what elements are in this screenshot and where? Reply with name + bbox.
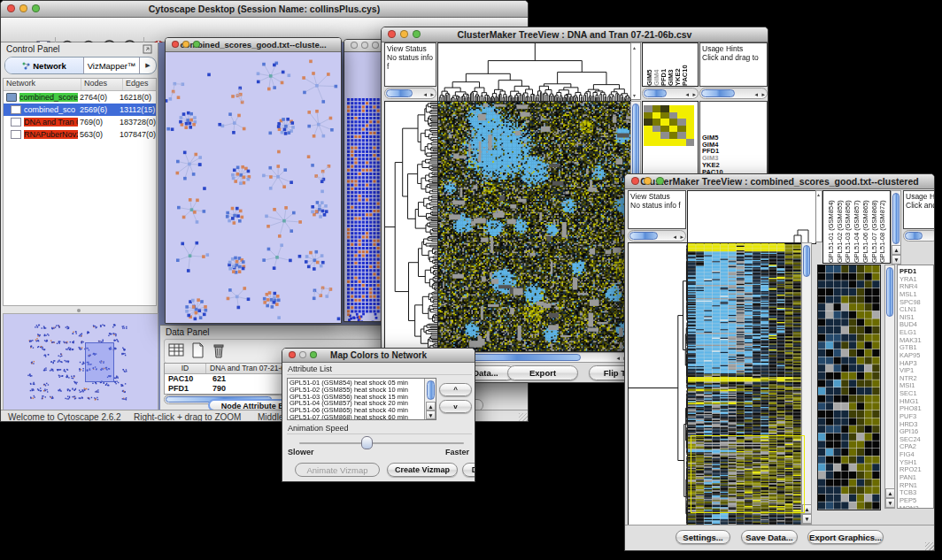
row-label: MSL1: [900, 290, 917, 298]
zoom-matrix-cell: [669, 105, 678, 112]
move-down-button[interactable]: v: [439, 400, 472, 413]
tv2-zoom-heatmap[interactable]: [817, 265, 881, 510]
tv1-status-scrollbar[interactable]: ◂▸: [384, 88, 436, 99]
settings-button[interactable]: Settings...: [676, 530, 730, 544]
minimize-icon[interactable]: [299, 351, 306, 358]
close-icon[interactable]: [631, 177, 639, 185]
tv2-usage-scrollbar[interactable]: [903, 230, 935, 242]
zoom-matrix-cell: [686, 119, 695, 126]
close-icon[interactable]: [172, 41, 179, 48]
export-graphics-button[interactable]: Export Graphics...: [807, 530, 884, 544]
tv2-zoom-vscrollbar[interactable]: ▲ ▼: [884, 265, 895, 509]
zoom-window-icon[interactable]: [32, 4, 40, 12]
tab-overflow-arrow[interactable]: ▶: [139, 58, 156, 73]
new-attribute-icon[interactable]: [189, 341, 206, 359]
float-panel-icon[interactable]: [143, 44, 152, 54]
attribute-list-item[interactable]: GPL51-07 (GSM868) heat shock 60 min: [290, 414, 422, 420]
network-window-title: combined_scores_good.txt--cluste...: [180, 40, 326, 50]
resize-grip[interactable]: [925, 542, 934, 551]
minimize-icon[interactable]: [400, 30, 408, 38]
tv1-view-status: View StatusNo status info f: [384, 42, 436, 87]
zoom-matrix-cell: [677, 139, 686, 146]
export-graphics-button[interactable]: Export Graphics...: [507, 365, 578, 380]
row-label: MAK31: [900, 336, 922, 344]
zoom-window-icon[interactable]: [372, 42, 379, 49]
zoom-window-icon[interactable]: [656, 177, 664, 185]
tv2-vscrollbar[interactable]: ▲ ▼: [801, 242, 812, 525]
cytoscape-titlebar[interactable]: Cytoscape Desktop (Session Name: collins…: [1, 1, 528, 18]
attribute-list[interactable]: GPL51-01 (GSM854) heat shock 05 minGPL51…: [287, 378, 436, 420]
col-header-edges[interactable]: Edges: [123, 79, 156, 90]
tv1-row-dendrogram[interactable]: [384, 101, 438, 352]
delete-attribute-trash-icon[interactable]: [210, 341, 228, 359]
tv2-row-dendrogram[interactable]: [628, 242, 688, 526]
close-icon[interactable]: [7, 4, 15, 12]
network-list-row[interactable]: DNA and Tran 07769(0)183728(0): [4, 116, 156, 128]
save-data-button[interactable]: Save Data...: [741, 530, 798, 544]
zoom-matrix-cell: [652, 112, 661, 119]
gene-id: PAC10: [165, 374, 209, 384]
row-label: NIS1: [900, 313, 915, 321]
file-icon: [11, 130, 21, 139]
tv2-row-labels: PFD1YRA1RNR4MSL1SPC98CLN1NIS1BUD4ELG1MAK…: [897, 265, 934, 509]
zoom-window-icon[interactable]: [310, 351, 317, 358]
col-header-network[interactable]: Network: [4, 79, 81, 90]
tv1-usage-scrollbar[interactable]: ◂▸: [699, 88, 768, 99]
network-overview-thumbnail[interactable]: [3, 313, 158, 410]
create-vizmap-button[interactable]: Create Vizmap: [387, 463, 458, 477]
splitter-handle[interactable]: [77, 309, 81, 312]
minimize-icon[interactable]: [182, 41, 189, 48]
speed-slider-track[interactable]: [299, 442, 464, 444]
done-button[interactable]: Done: [462, 463, 475, 477]
minimize-icon[interactable]: [19, 4, 27, 12]
tab-network[interactable]: Network: [5, 58, 84, 73]
move-up-button[interactable]: ^: [439, 383, 472, 396]
column-label: GPL51-01 (GSM854): [827, 191, 836, 263]
zoom-matrix-cell: [669, 126, 678, 133]
column-label: GPL51-07 (GSM868): [870, 191, 879, 263]
close-icon[interactable]: [289, 351, 296, 358]
tv2-column-dendrogram[interactable]: [687, 190, 816, 244]
tv1-zoom-hscrollbar[interactable]: ◂▸: [642, 88, 699, 99]
tv2-column-labels: GPL51-01 (GSM854)GPL51-02 (GSM855)GPL51-…: [822, 190, 891, 264]
speed-slider-thumb[interactable]: [361, 436, 373, 449]
row-label: HAP3: [900, 359, 917, 367]
status-zoom-hint: Right-click + drag to ZOOM: [134, 412, 241, 422]
data-col-id[interactable]: ID: [165, 364, 206, 373]
tab-vizmapper[interactable]: VizMapper™: [84, 58, 139, 73]
close-icon[interactable]: [351, 42, 358, 49]
data-panel-title: Data Panel: [166, 327, 209, 337]
network-name: DNA and Tran 07: [24, 118, 78, 127]
attribute-table-icon[interactable]: [167, 341, 185, 359]
zoom-matrix-cell: [644, 119, 652, 126]
zoom-matrix-cell: [669, 132, 678, 139]
network-view-1[interactable]: [166, 52, 342, 324]
column-label: GPL51-08 (GSM872): [878, 191, 887, 263]
animate-vizmap-button[interactable]: Animate Vizmap: [295, 463, 380, 477]
zoom-matrix-cell: [660, 112, 669, 119]
tv2-global-heatmap[interactable]: [687, 242, 802, 526]
tv2-status-scrollbar[interactable]: ◂▸: [628, 230, 686, 242]
treeview2-window: ClusterMaker TreeView : combined_scores_…: [624, 173, 935, 551]
zoom-matrix-cell: [652, 126, 661, 133]
tv1-column-dendrogram[interactable]: [437, 42, 631, 102]
tv2-usage-hints: Usage HintsClick and drag to: [903, 190, 935, 229]
network-list-row[interactable]: RNAPuberNov2+563(0)107847(0): [4, 128, 156, 141]
tv1-usage-hints: Usage HintsClick and drag to: [699, 42, 768, 87]
zoom-matrix-cell: [677, 132, 686, 139]
close-icon[interactable]: [388, 30, 396, 38]
minimize-icon[interactable]: [644, 177, 652, 185]
zoom-window-icon[interactable]: [193, 41, 200, 48]
tv1-global-heatmap[interactable]: [437, 101, 631, 352]
zoom-matrix-cell: [660, 126, 669, 133]
tv2-collabel-scrollbar[interactable]: ▲ ▼: [891, 190, 901, 264]
network-list-row[interactable]: combined_sco2569(6)13112(15): [4, 104, 156, 116]
col-header-nodes[interactable]: Nodes: [81, 79, 123, 90]
row-label: MON2: [900, 504, 919, 509]
resize-grip[interactable]: [519, 413, 528, 422]
minimize-icon[interactable]: [361, 42, 368, 49]
network-name: RNAPuberNov2+: [24, 130, 78, 139]
zoom-matrix-cell: [686, 105, 695, 112]
network-list-row[interactable]: combined_scores2764(0)16218(0): [4, 91, 156, 104]
zoom-window-icon[interactable]: [413, 30, 421, 38]
